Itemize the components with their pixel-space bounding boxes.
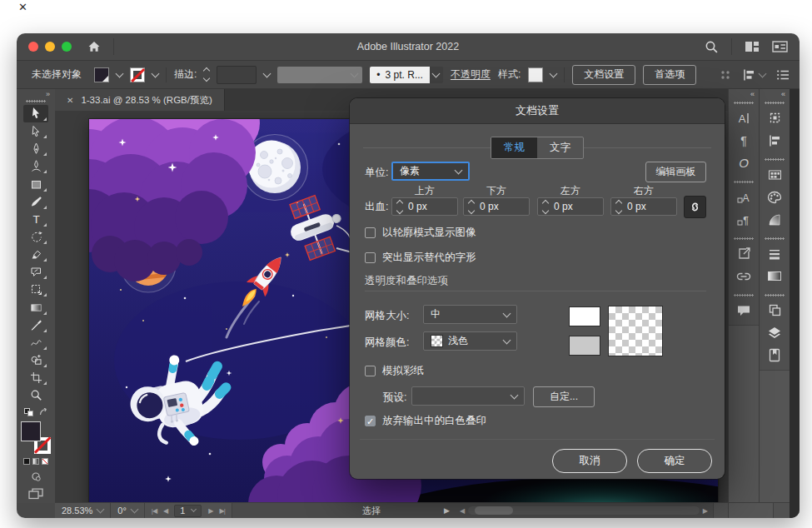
document-setup-button[interactable]: 文档设置 (572, 65, 635, 85)
stroke-weight-stepper[interactable] (204, 68, 209, 81)
screenshot-close-icon[interactable]: ✕ (18, 1, 27, 13)
simulate-paper-checkbox-row[interactable]: 模拟彩纸 (365, 364, 424, 378)
direct-selection-tool[interactable] (23, 122, 48, 140)
gradient-panel-icon[interactable] (760, 208, 790, 231)
width-tool[interactable] (23, 334, 48, 351)
character-panel-icon[interactable]: A (729, 107, 759, 129)
selection-tool[interactable] (23, 105, 48, 122)
paintbrush-tool[interactable] (23, 193, 48, 211)
zoom-tool[interactable] (23, 386, 48, 404)
next-artboard-button[interactable]: ▶ (208, 507, 212, 515)
tab-close-icon[interactable]: ✕ (67, 96, 73, 105)
libraries-panel-icon[interactable] (760, 344, 790, 366)
bleed-top-field[interactable]: 0 px (391, 197, 458, 216)
eraser-tool[interactable] (23, 246, 48, 263)
discard-white-overprint-checkbox-row[interactable]: ✓ 放弃输出中的白色叠印 (365, 414, 486, 428)
character-styles-panel-icon[interactable]: A (729, 186, 759, 208)
tab-type[interactable]: 文字 (537, 137, 583, 158)
search-icon[interactable] (705, 40, 719, 54)
drawing-modes-button[interactable] (23, 468, 48, 486)
panel-drag-handle[interactable] (734, 181, 754, 183)
bleed-left-field[interactable]: 0 px (537, 197, 604, 216)
artboards-panel-icon[interactable] (760, 107, 790, 129)
ok-button[interactable]: 确定 (637, 449, 712, 473)
shape-builder-tool[interactable] (23, 351, 48, 369)
default-colors-icon[interactable] (24, 408, 34, 416)
style-swatch[interactable] (528, 67, 543, 82)
paragraph-styles-panel-icon[interactable]: ¶ (729, 208, 759, 231)
edit-artboards-button[interactable]: 编辑画板 (645, 162, 706, 182)
panel-drag-handle[interactable] (765, 237, 785, 240)
type-tool[interactable]: T (23, 211, 48, 228)
gradient-tool[interactable] (23, 298, 48, 316)
rotation-dropdown[interactable]: 0° (111, 503, 145, 518)
stroke-weight-field[interactable] (217, 66, 257, 84)
stroke-chevron-icon[interactable] (152, 69, 160, 77)
preferences-button[interactable]: 首选项 (643, 65, 696, 85)
expand-panels-icon[interactable]: « (781, 89, 790, 100)
expand-panels-icon[interactable]: « (750, 89, 759, 100)
panel-drag-handle[interactable] (765, 102, 785, 104)
stroke-color-swatch[interactable] (130, 67, 145, 82)
paragraph-panel-icon[interactable]: ¶ (729, 129, 759, 152)
status-play-icon[interactable]: ▶ (444, 506, 450, 515)
style-chevron-icon[interactable] (550, 69, 558, 77)
units-dropdown[interactable]: 像素 (391, 162, 470, 181)
color-mode-icon[interactable] (23, 458, 30, 465)
panel-toggle-icon[interactable] (772, 41, 788, 52)
document-tab[interactable]: ✕ 1-33.ai @ 28.53 % (RGB/预览) (55, 89, 225, 111)
fill-color-swatch[interactable] (94, 67, 109, 82)
simulate-paper-checkbox[interactable] (365, 366, 376, 376)
menu-list-icon[interactable] (776, 69, 790, 81)
horizontal-scrollbar[interactable]: ◀ ▶ (460, 506, 708, 516)
free-transform-tool[interactable] (23, 281, 48, 298)
gradient-swatch-panel-icon[interactable] (760, 265, 790, 287)
traffic-zoom-button[interactable] (62, 42, 72, 52)
cancel-button[interactable]: 取消 (552, 449, 627, 473)
none-mode-icon[interactable] (42, 458, 48, 465)
fill-stroke-widget[interactable] (21, 421, 51, 453)
prev-artboard-button[interactable]: ◀ (163, 507, 167, 515)
preset-dropdown[interactable] (411, 386, 525, 406)
panel-drag-handle[interactable] (734, 294, 754, 296)
align-panel-icon[interactable] (760, 129, 790, 152)
scroll-left-icon[interactable]: ◀ (460, 507, 465, 515)
artboard-tool[interactable] (23, 369, 48, 386)
scrollbar-track[interactable] (468, 506, 700, 515)
traffic-close-button[interactable] (28, 42, 38, 52)
export-panel-icon[interactable] (729, 242, 759, 265)
toolbar-expand-icon[interactable]: » (46, 89, 55, 98)
width-profile-dropdown[interactable] (277, 67, 362, 83)
align-dropdown[interactable] (742, 68, 765, 82)
grid-colors-dropdown[interactable]: 浅色 (423, 331, 517, 351)
comments-panel-icon[interactable] (729, 299, 759, 321)
panel-drag-handle[interactable] (765, 294, 785, 296)
scrollbar-thumb[interactable] (475, 506, 513, 515)
fill-swatch-large[interactable] (21, 421, 41, 441)
discard-white-overprint-checkbox[interactable]: ✓ (365, 416, 376, 426)
last-artboard-button[interactable]: ▶| (220, 507, 225, 515)
scroll-right-icon[interactable]: ▶ (703, 507, 708, 515)
artboard-number-dropdown[interactable]: 1 (174, 505, 202, 517)
substituted-glyphs-checkbox-row[interactable]: 突出显示替代的字形 (365, 251, 476, 265)
first-artboard-button[interactable]: |◀ (152, 507, 157, 515)
bleed-bottom-field[interactable]: 0 px (463, 197, 530, 216)
toolbar-drag-handle[interactable] (26, 100, 46, 102)
brush-chevron-icon[interactable] (430, 67, 443, 83)
traffic-minimize-button[interactable] (45, 42, 55, 52)
swap-colors-icon[interactable] (39, 408, 48, 416)
tab-general[interactable]: 常规 (491, 137, 537, 158)
screen-mode-button[interactable] (23, 486, 48, 503)
outline-mode-checkbox[interactable] (365, 227, 376, 238)
eyedropper-tool[interactable] (23, 316, 48, 334)
bleed-link-icon[interactable] (684, 196, 706, 218)
bleed-right-field[interactable]: 0 px (610, 197, 677, 216)
opacity-link[interactable]: 不透明度 (451, 67, 491, 82)
home-icon[interactable] (87, 40, 102, 53)
gradient-mode-icon[interactable] (32, 458, 39, 465)
opentype-panel-icon[interactable]: O (729, 152, 759, 174)
brush-definition-dropdown[interactable]: • 3 pt. R... (370, 67, 430, 83)
links-panel-icon[interactable] (729, 265, 759, 287)
color-guide-panel-icon[interactable] (760, 186, 790, 208)
panel-drag-handle[interactable] (765, 158, 785, 161)
